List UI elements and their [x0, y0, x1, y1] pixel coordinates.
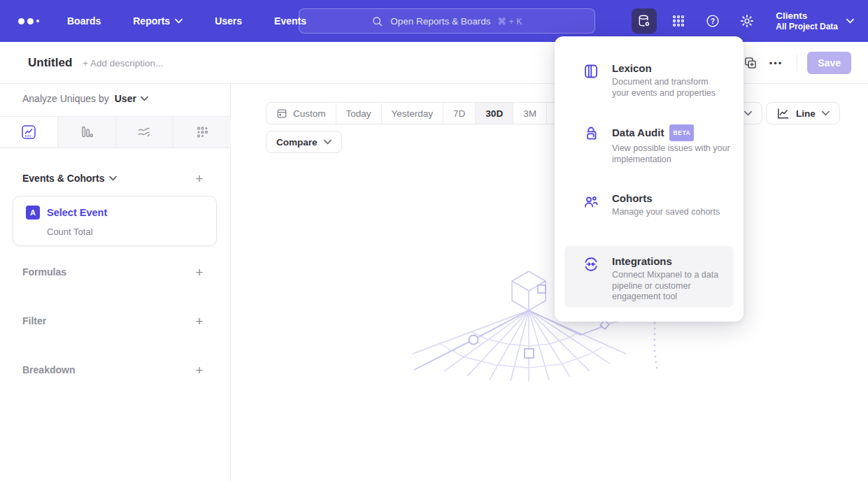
integrations-sync-icon	[583, 256, 599, 273]
global-search-input[interactable]: Open Reports & Boards ⌘ + K	[299, 8, 595, 34]
add-breakdown-button[interactable]: +	[192, 364, 206, 378]
cohorts-people-icon	[583, 193, 599, 210]
date-range-30d[interactable]: 30D	[475, 103, 513, 124]
nav-boards-label: Boards	[67, 15, 101, 27]
primary-nav: Boards Reports Users Events	[67, 15, 306, 27]
lexicon-book-icon	[583, 63, 599, 80]
select-event-label[interactable]: Select Event	[47, 207, 107, 218]
chart-type-tabs	[0, 116, 231, 148]
nav-users-label: Users	[215, 15, 242, 27]
date-range-custom[interactable]: Custom	[266, 103, 336, 124]
event-card[interactable]: A Select Event Count Total	[13, 196, 217, 246]
data-management-button[interactable]	[632, 8, 657, 34]
chevron-down-icon	[175, 18, 183, 24]
flow-chart-tab-icon	[136, 124, 152, 140]
count-total-label[interactable]: Count Total	[47, 227, 93, 237]
date-range-yesterday[interactable]: Yesterday	[381, 103, 443, 124]
events-cohorts-label: Events & Cohorts	[22, 173, 104, 184]
formulas-label: Formulas	[22, 266, 66, 278]
org-name: Clients	[776, 10, 838, 22]
topbar-right-cluster: ? Clients All Project Data	[632, 0, 854, 42]
data-audit-title: Data AuditBETA	[612, 124, 739, 141]
tab-bar-chart[interactable]	[57, 117, 115, 148]
analyze-prefix-label: Analyze Uniques by	[22, 93, 109, 104]
date-range-today[interactable]: Today	[336, 103, 381, 124]
search-shortcut: ⌘ + K	[498, 16, 522, 27]
chevron-down-icon	[744, 110, 752, 116]
nav-boards[interactable]: Boards	[67, 15, 101, 27]
help-icon: ?	[705, 13, 720, 29]
project-name: All Project Data	[776, 22, 838, 32]
date-range-label: Yesterday	[392, 108, 434, 119]
chart-type-label: Line	[796, 108, 816, 119]
add-description-field[interactable]: + Add description...	[83, 58, 163, 69]
nav-users[interactable]: Users	[215, 15, 242, 27]
tab-insights-chart[interactable]	[0, 117, 57, 148]
copy-plus-icon	[744, 56, 757, 70]
tab-metrics-chart[interactable]	[173, 117, 231, 148]
integrations-description: Connect Mixpanel to a data pipeline or c…	[612, 270, 730, 303]
mixpanel-logo[interactable]	[18, 18, 39, 24]
bar-chart-tab-icon	[79, 124, 94, 140]
chevron-down-icon	[324, 139, 332, 145]
chevron-down-icon	[141, 96, 148, 101]
project-selector[interactable]: Clients All Project Data	[776, 10, 854, 32]
top-navigation-bar: Boards Reports Users Events Open Reports…	[0, 0, 868, 42]
filter-label: Filter	[22, 315, 46, 326]
chart-canvas: Custom Today Yesterday 7D 30D 3M 6M Comp…	[231, 84, 868, 481]
cohorts-title: Cohorts	[612, 192, 720, 205]
date-range-label: Today	[346, 108, 371, 119]
event-badge: A	[26, 206, 40, 220]
add-formula-button[interactable]: +	[192, 266, 206, 280]
grid-dots-icon	[671, 13, 686, 29]
date-range-label: 30D	[485, 108, 503, 119]
svg-text:?: ?	[711, 17, 715, 25]
add-event-button[interactable]: +	[192, 172, 206, 186]
chevron-down-icon	[846, 18, 854, 24]
data-audit-icon	[583, 126, 599, 143]
analyze-by-selector[interactable]: Analyze Uniques by User	[22, 93, 148, 104]
tab-stacked-chart[interactable]	[115, 117, 173, 148]
date-range-label: 3M	[523, 108, 536, 119]
date-range-7d[interactable]: 7D	[443, 103, 475, 124]
chart-type-dropdown[interactable]: Line	[766, 102, 840, 124]
integrations-title: Integrations	[612, 254, 730, 268]
nav-reports-label: Reports	[133, 15, 170, 27]
help-button[interactable]: ?	[700, 8, 725, 34]
gear-icon	[739, 13, 755, 29]
calendar-icon	[276, 108, 287, 119]
menu-item-cohorts[interactable]: Cohorts Manage your saved cohorts	[583, 192, 720, 218]
divider	[797, 55, 797, 71]
analyze-value: User	[115, 93, 136, 104]
lexicon-title: Lexicon	[612, 62, 726, 75]
chevron-down-icon	[822, 110, 830, 116]
line-chart-icon	[776, 108, 790, 120]
menu-item-data-audit[interactable]: Data AuditBETA View possible issues with…	[583, 124, 739, 165]
data-audit-description: View possible issues with your implement…	[612, 143, 739, 165]
settings-button[interactable]	[734, 8, 760, 34]
add-filter-button[interactable]: +	[192, 315, 206, 329]
more-options-button[interactable]: •••	[769, 58, 783, 69]
date-range-control: Custom Today Yesterday 7D 30D 3M 6M	[266, 102, 581, 124]
menu-item-integrations[interactable]: Integrations Connect Mixpanel to a data …	[583, 254, 730, 303]
report-title[interactable]: Untitled	[28, 56, 72, 70]
date-range-3m[interactable]: 3M	[513, 103, 546, 124]
beta-badge: BETA	[669, 124, 694, 141]
compare-label: Compare	[276, 137, 318, 148]
apps-grid-button[interactable]	[666, 8, 691, 34]
data-management-menu: Lexicon Document and transform your even…	[555, 36, 744, 322]
menu-item-lexicon[interactable]: Lexicon Document and transform your even…	[583, 62, 726, 99]
search-icon	[371, 15, 383, 27]
breakdown-label: Breakdown	[22, 364, 75, 375]
date-range-label: 7D	[453, 108, 465, 119]
nav-reports[interactable]: Reports	[133, 15, 183, 27]
events-cohorts-header[interactable]: Events & Cohorts	[22, 173, 117, 184]
lexicon-description: Document and transform your events and p…	[612, 77, 726, 99]
database-gear-icon	[636, 13, 652, 29]
chevron-down-icon	[109, 175, 117, 181]
line-chart-tab-icon	[21, 124, 36, 140]
save-button[interactable]: Save	[807, 52, 851, 74]
compare-button[interactable]: Compare	[266, 131, 342, 153]
cohorts-description: Manage your saved cohorts	[612, 207, 720, 218]
query-builder-sidebar: Analyze Uniques by User	[0, 84, 231, 481]
